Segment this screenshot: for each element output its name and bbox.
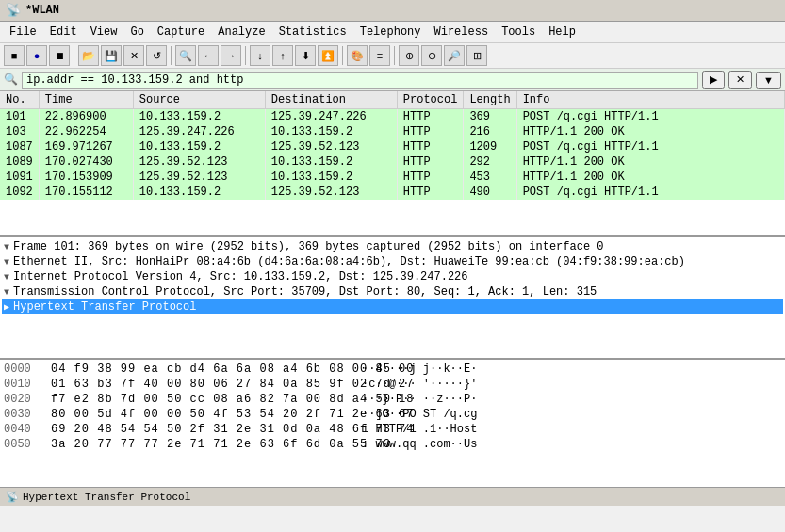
menu-edit[interactable]: Edit [44,24,83,40]
detail-row[interactable]: ▼Ethernet II, Src: HonHaiPr_08:a4:6b (d4… [2,254,783,269]
autoscroll-button[interactable]: ≡ [369,45,390,66]
table-row[interactable]: 10322.962254125.39.247.22610.133.159.2HT… [0,124,785,139]
hex-bytes: 01 63 b3 7f 40 00 80 06 27 84 0a 85 9f 0… [51,378,362,391]
table-cell: POST /q.cgi HTTP/1.1 [516,185,784,200]
menu-bar: File Edit View Go Capture Analyze Statis… [0,22,785,43]
table-cell: 22.962254 [39,124,133,139]
stop-button[interactable]: ■ [4,45,25,66]
expand-arrow-icon[interactable]: ▶ [4,301,9,313]
detail-text: Internet Protocol Version 4, Src: 10.133… [13,270,467,283]
table-cell: 1089 [0,154,39,169]
expand-arrow-icon[interactable]: ▼ [4,272,9,282]
zoom-reset-button[interactable]: 🔎 [444,45,465,66]
filter-apply-button[interactable]: ▶ [702,71,725,89]
hex-ascii: ··8····j j··k··E· [362,363,477,376]
table-header: No. Time Source Destination Protocol Len… [0,91,785,109]
table-cell: 1092 [0,185,39,200]
table-cell: 10.133.159.2 [133,139,265,154]
filter-clear-button[interactable]: ✕ [728,71,752,89]
table-cell: HTTP [397,139,464,154]
menu-tools[interactable]: Tools [496,24,541,40]
separator-2 [171,46,172,65]
hex-bytes: 69 20 48 54 54 50 2f 31 2e 31 0d 0a 48 6… [51,423,362,436]
table-cell: 292 [464,154,516,169]
table-cell: 10.133.159.2 [133,109,265,125]
menu-file[interactable]: File [4,24,42,40]
table-row[interactable]: 10122.89690010.133.159.2125.39.247.226HT… [0,109,785,125]
expand-arrow-icon[interactable]: ▼ [4,242,9,252]
menu-go[interactable]: Go [124,24,149,40]
table-cell: HTTP [397,185,464,200]
filter-bar: 🔍 ▶ ✕ ▼ [0,69,785,91]
detail-row[interactable]: ▼Transmission Control Protocol, Src Port… [2,284,783,299]
hex-dump: 0000 04 f9 38 99 ea cb d4 6a 6a 08 a4 6b… [0,360,785,487]
down-button[interactable]: ⬇ [295,45,316,66]
hex-bytes: 3a 20 77 77 77 2e 71 71 2e 63 6f 6d 0a 5… [51,438,362,451]
toolbar: ■ ● ⏹ 📂 💾 ✕ ↺ 🔍 ← → ↓ ↑ ⬇ ⏫ 🎨 ≡ ⊕ ⊖ 🔎 ⊞ [0,43,785,69]
detail-row[interactable]: ▼Internet Protocol Version 4, Src: 10.13… [2,269,783,284]
hex-ascii: i HTTP/1 .1··Host [362,423,477,436]
table-cell: 170.155112 [39,185,133,200]
save-button[interactable]: 💾 [101,45,122,66]
restart-button[interactable]: ⏹ [49,45,70,66]
table-row[interactable]: 1087169.97126710.133.159.2125.39.52.123H… [0,139,785,154]
hex-ascii: ·c··@··· '·····}' [362,378,477,391]
close-button[interactable]: ✕ [123,45,144,66]
table-cell: 10.133.159.2 [265,154,397,169]
separator-4 [342,46,343,65]
table-cell: HTTP [397,109,464,125]
status-icon: 📡 [6,491,19,503]
reload-button[interactable]: ↺ [146,45,167,66]
forward-button[interactable]: → [221,45,241,66]
hex-bytes: 04 f9 38 99 ea cb d4 6a 6a 08 a4 6b 08 0… [51,363,362,376]
filter-input[interactable] [22,72,698,89]
find-button[interactable]: 🔍 [175,45,196,66]
separator-1 [74,46,74,65]
hex-offset: 0050 [4,438,51,451]
hex-ascii: ··]O··PO ST /q.cg [362,408,477,421]
col-length: Length [464,91,516,109]
hex-row: 0050 3a 20 77 77 77 2e 71 71 2e 63 6f 6d… [4,437,781,452]
menu-help[interactable]: Help [543,24,581,40]
table-cell: 1087 [0,139,39,154]
first-button[interactable]: ⏫ [318,45,338,66]
expand-arrow-icon[interactable]: ▼ [4,257,9,267]
open-button[interactable]: 📂 [78,45,99,66]
table-cell: HTTP/1.1 200 OK [516,124,784,139]
detail-row[interactable]: ▶Hypertext Transfer Protocol [2,299,783,314]
menu-view[interactable]: View [85,24,123,40]
filter-label: 🔍 [4,73,18,87]
jump-button[interactable]: ↓ [250,45,270,66]
menu-wireless[interactable]: Wireless [429,24,495,40]
table-cell: HTTP [397,124,464,139]
table-cell: POST /q.cgi HTTP/1.1 [516,139,784,154]
expand-arrow-icon[interactable]: ▼ [4,287,9,298]
zoom-out-button[interactable]: ⊖ [421,45,442,66]
table-row[interactable]: 1091170.153909125.39.52.12310.133.159.2H… [0,169,785,185]
table-cell: 490 [464,185,516,200]
resize-button[interactable]: ⊞ [466,45,487,66]
menu-analyze[interactable]: Analyze [212,24,270,40]
colorize-button[interactable]: 🎨 [347,45,368,66]
back-button[interactable]: ← [198,45,219,66]
table-row[interactable]: 1092170.15511210.133.159.2125.39.52.123H… [0,185,785,200]
filter-save-button[interactable]: ▼ [756,72,781,89]
status-bar: 📡 Hypertext Transfer Protocol [0,487,785,506]
menu-telephony[interactable]: Telephony [354,24,427,40]
detail-row[interactable]: ▼Frame 101: 369 bytes on wire (2952 bits… [2,239,783,254]
col-protocol: Protocol [397,91,464,109]
packet-rows: 10122.89690010.133.159.2125.39.247.226HT… [0,109,785,201]
col-info: Info [516,91,784,109]
table-cell: 125.39.52.123 [265,185,397,200]
hex-offset: 0000 [4,363,51,376]
hex-row: 0000 04 f9 38 99 ea cb d4 6a 6a 08 a4 6b… [4,362,781,377]
menu-capture[interactable]: Capture [152,24,210,40]
start-button[interactable]: ● [26,45,47,66]
table-cell: 125.39.247.226 [133,124,265,139]
table-row[interactable]: 1089170.027430125.39.52.12310.133.159.2H… [0,154,785,169]
table-cell: 216 [464,124,516,139]
zoom-in-button[interactable]: ⊕ [399,45,419,66]
table-cell: HTTP [397,154,464,169]
up-button[interactable]: ↑ [272,45,293,66]
menu-statistics[interactable]: Statistics [273,24,352,40]
